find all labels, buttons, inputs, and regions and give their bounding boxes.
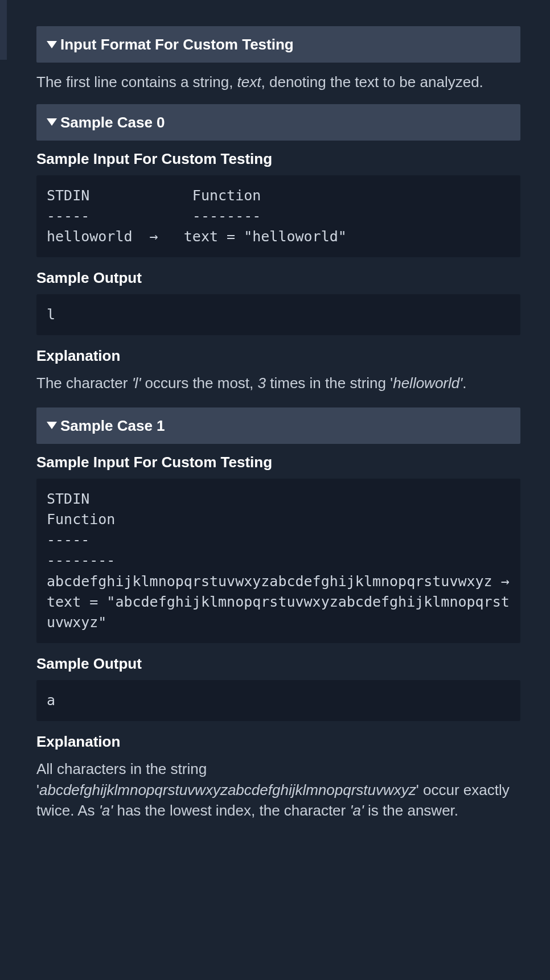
sample-input-heading: Sample Input For Custom Testing xyxy=(36,444,520,478)
sample-output-code: l xyxy=(36,294,520,335)
sample-output-code: a xyxy=(36,680,520,721)
sample-input-code: STDIN Function ----- -------- helloworld… xyxy=(36,175,520,258)
sample-case-1-title: Sample Case 1 xyxy=(60,415,165,436)
left-panel-edge xyxy=(0,0,7,60)
input-format-header[interactable]: Input Format For Custom Testing xyxy=(36,26,520,63)
caret-down-icon xyxy=(47,118,57,126)
caret-down-icon xyxy=(47,422,57,429)
input-format-title: Input Format For Custom Testing xyxy=(60,34,294,55)
caret-down-icon xyxy=(47,41,57,48)
sample-output-heading: Sample Output xyxy=(36,645,520,680)
sample-input-heading: Sample Input For Custom Testing xyxy=(36,141,520,175)
explanation-text: All characters in the string 'abcdefghij… xyxy=(36,757,520,834)
explanation-heading: Explanation xyxy=(36,723,520,757)
explanation-heading: Explanation xyxy=(36,337,520,372)
sample-input-code: STDIN Function ----- -------- abcdefghij… xyxy=(36,479,520,644)
sample-case-1-header[interactable]: Sample Case 1 xyxy=(36,407,520,444)
problem-description-panel: Input Format For Custom Testing The firs… xyxy=(7,0,550,857)
explanation-text: The character 'l' occurs the most, 3 tim… xyxy=(36,372,520,407)
sample-output-heading: Sample Output xyxy=(36,260,520,294)
input-format-description: The first line contains a string, text, … xyxy=(36,63,520,104)
sample-case-0-title: Sample Case 0 xyxy=(60,112,165,133)
sample-case-0-header[interactable]: Sample Case 0 xyxy=(36,104,520,141)
